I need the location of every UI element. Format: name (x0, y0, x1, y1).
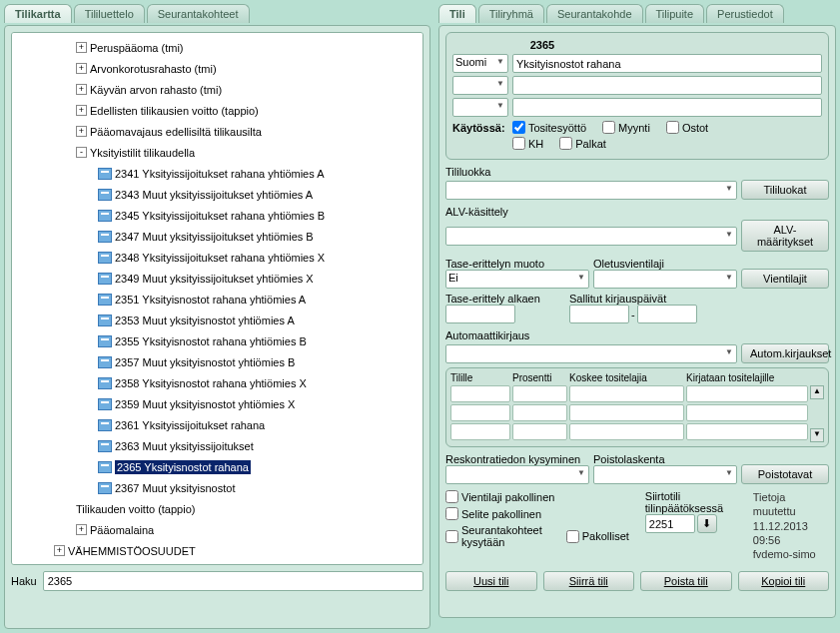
tree-label[interactable]: Yksityistilit tilikaudella (90, 147, 195, 159)
expand-icon[interactable]: + (76, 126, 87, 137)
tree-row[interactable]: 2353 Muut yksityisnostot yhtiömies A (14, 310, 420, 330)
tree-label[interactable]: 2355 Yksityisnostot rahana yhtiömies B (115, 335, 307, 347)
tree-row[interactable]: 2365 Yksityisnostot rahana (14, 456, 420, 477)
tree-row[interactable]: Tilikauden voitto (tappio) (14, 498, 420, 519)
account-tree[interactable]: +Peruspääoma (tmi)+Arvonkorotusrahasto (… (11, 32, 423, 565)
tree-row[interactable]: +Pääomalaina (14, 519, 420, 540)
account-name3-input[interactable] (512, 98, 822, 117)
cb-myynti[interactable]: Myynti (602, 121, 650, 134)
poista-tili-button[interactable]: Poista tili (640, 571, 732, 591)
tree-label[interactable]: 2345 Yksityissijoitukset rahana yhtiömie… (115, 210, 325, 222)
tree-label[interactable]: Pääomavajaus edellisiltä tilikausilta (90, 126, 262, 138)
tree-row[interactable]: +VÄHEMMISTÖOSUUDET (14, 540, 420, 561)
alv-maaritykset-button[interactable]: ALV-määritykset (741, 220, 829, 252)
tree-label[interactable]: 2361 Yksityissijoitukset rahana (115, 419, 265, 431)
poistolaskenta-select[interactable] (593, 465, 737, 484)
tree-label[interactable]: Käyvän arvon rahasto (tmi) (90, 84, 222, 96)
tililuokat-button[interactable]: Tililuokat (741, 180, 829, 200)
autom-kirjaukset-button[interactable]: Autom.kirjaukset (741, 343, 829, 363)
grid-cell[interactable] (569, 404, 684, 421)
cb-kh[interactable]: KH (512, 137, 543, 150)
cb-vientilaji-pakollinen[interactable]: Vientilaji pakollinen (445, 490, 629, 503)
cb-palkat[interactable]: Palkat (559, 137, 606, 150)
alv-select[interactable] (445, 227, 737, 246)
tree-label[interactable]: Arvonkorotusrahasto (tmi) (90, 63, 217, 75)
tab-tiliryhma[interactable]: Tiliryhmä (478, 4, 544, 23)
cb-seurantakohteet-kysytaan[interactable]: Seurantakohteet kysytään (445, 524, 542, 548)
language-select[interactable]: Suomi (452, 54, 508, 73)
tree-label[interactable]: Tilikauden voitto (tappio) (76, 503, 195, 515)
tree-row[interactable]: +Edellisten tilikausien voitto (tappio) (14, 100, 420, 121)
grid-cell[interactable] (512, 385, 567, 402)
sallitut-to-input[interactable] (637, 305, 697, 323)
tree-label[interactable]: 2358 Yksityisnostot rahana yhtiömies X (115, 377, 307, 389)
tree-label[interactable]: 2357 Muut yksityisnostot yhtiömies B (115, 356, 295, 368)
tree-row[interactable]: 2341 Yksityissijoitukset rahana yhtiömie… (14, 163, 420, 184)
grid-cell[interactable] (686, 423, 808, 440)
tab-perustiedot[interactable]: Perustiedot (706, 4, 784, 23)
grid-cell[interactable] (450, 385, 510, 402)
tree-label[interactable]: 2351 Yksityisnostot rahana yhtiömies A (115, 294, 306, 306)
tree-label[interactable]: 2348 Yksityissijoitukset rahana yhtiömie… (115, 252, 325, 264)
tase-muoto-select[interactable]: Ei (445, 270, 589, 289)
cb-selite-pakollinen[interactable]: Selite pakollinen (445, 507, 629, 520)
vientilajit-button[interactable]: Vientilajit (741, 269, 829, 289)
siirra-tili-button[interactable]: Siirrä tili (543, 571, 635, 591)
expand-icon[interactable]: + (76, 63, 87, 74)
grid-scroll-up[interactable]: ▲ (810, 385, 824, 399)
tree-row[interactable]: +Arvonkorotusrahasto (tmi) (14, 58, 420, 79)
tab-tili[interactable]: Tili (438, 4, 476, 23)
tree-row[interactable]: 2348 Yksityissijoitukset rahana yhtiömie… (14, 247, 420, 268)
expand-icon[interactable]: + (76, 105, 87, 116)
tree-label[interactable]: 2367 Muut yksityisnostot (115, 482, 235, 494)
lang2-select[interactable] (452, 76, 508, 95)
tililuokka-select[interactable] (445, 181, 737, 200)
grid-cell[interactable] (450, 423, 510, 440)
expand-icon[interactable]: + (76, 524, 87, 535)
account-name-input[interactable] (512, 54, 822, 73)
tree-label[interactable]: 2347 Muut yksityissijoitukset yhtiömies … (115, 231, 314, 243)
grid-cell[interactable] (512, 404, 567, 421)
tab-seurantakohde[interactable]: Seurantakohde (546, 4, 643, 23)
reskontra-select[interactable] (445, 465, 589, 484)
expand-icon[interactable]: + (54, 545, 65, 556)
tree-row[interactable]: 2363 Muut yksityissijoitukset (14, 435, 420, 456)
expand-icon[interactable]: + (76, 84, 87, 95)
oletusvientilaji-select[interactable] (593, 270, 737, 289)
account-name2-input[interactable] (512, 76, 822, 95)
tree-row[interactable]: 2357 Muut yksityisnostot yhtiömies B (14, 351, 420, 372)
uusi-tili-button[interactable]: Uusi tili (445, 571, 537, 591)
tree-row[interactable]: 2347 Muut yksityissijoitukset yhtiömies … (14, 226, 420, 247)
grid-cell[interactable] (686, 385, 808, 402)
cb-tositesyotto[interactable]: Tositesyöttö (512, 121, 586, 134)
tree-label[interactable]: 2341 Yksityissijoitukset rahana yhtiömie… (115, 168, 325, 180)
grid-cell[interactable] (686, 404, 808, 421)
tree-row[interactable]: 2361 Yksityissijoitukset rahana (14, 414, 420, 435)
tree-row[interactable]: +Käyvän arvon rahasto (tmi) (14, 79, 420, 100)
tree-label[interactable]: 2343 Muut yksityissijoitukset yhtiömies … (115, 189, 313, 201)
kopioi-tili-button[interactable]: Kopioi tili (738, 571, 830, 591)
tree-row[interactable]: 2355 Yksityisnostot rahana yhtiömies B (14, 330, 420, 351)
expand-icon[interactable]: + (76, 42, 87, 53)
tree-label[interactable]: 2353 Muut yksityisnostot yhtiömies A (115, 315, 295, 326)
tab-tililuettelo[interactable]: Tililuettelo (74, 4, 145, 23)
tree-row[interactable]: +Pääomavajaus edellisiltä tilikausilta (14, 121, 420, 142)
automaattikirjaus-select[interactable] (445, 344, 737, 363)
tree-row[interactable]: 2358 Yksityisnostot rahana yhtiömies X (14, 372, 420, 393)
tree-label[interactable]: VÄHEMMISTÖOSUUDET (68, 545, 196, 557)
grid-cell[interactable] (450, 404, 510, 421)
poistotavat-button[interactable]: Poistotavat (741, 464, 829, 484)
cb-pakolliset[interactable]: Pakolliset (566, 524, 629, 548)
grid-scroll-down[interactable]: ▼ (810, 428, 824, 442)
tab-tilikartta[interactable]: Tilikartta (4, 4, 72, 23)
tree-row[interactable]: 2349 Muut yksityissijoitukset yhtiömies … (14, 268, 420, 289)
siirtotili-lookup-button[interactable]: ⬇ (697, 514, 717, 533)
tree-label[interactable]: 2359 Muut yksityisnostot yhtiömies X (115, 398, 295, 410)
tree-label[interactable]: 2365 Yksityisnostot rahana (115, 460, 251, 474)
tree-label[interactable]: 2349 Muut yksityissijoitukset yhtiömies … (115, 273, 314, 285)
grid-cell[interactable] (569, 423, 684, 440)
tree-label[interactable]: 2363 Muut yksityissijoitukset (115, 440, 254, 452)
grid-cell[interactable] (569, 385, 684, 402)
tree-label[interactable]: Peruspääoma (tmi) (90, 42, 184, 54)
tree-row[interactable]: 2345 Yksityissijoitukset rahana yhtiömie… (14, 205, 420, 226)
